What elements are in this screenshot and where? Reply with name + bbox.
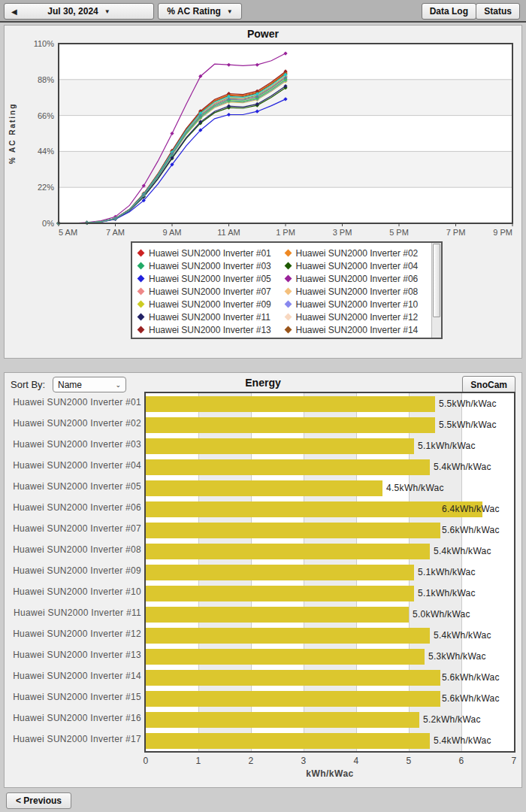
energy-bar[interactable] <box>146 607 409 623</box>
legend-item[interactable]: Huawei SUN2000 Inverter #04 <box>284 259 428 272</box>
energy-bar[interactable] <box>146 691 440 707</box>
energy-bar-value: 5.5kWh/kWac <box>439 393 497 414</box>
metric-selector[interactable]: % AC Rating ▼ <box>158 3 242 20</box>
svg-text:110%: 110% <box>34 39 55 48</box>
energy-x-axis-label: kWh/kWac <box>144 768 515 779</box>
legend-label: Huawei SUN2000 Inverter #14 <box>296 325 419 335</box>
energy-bar-value: 5.0kWh/kWac <box>413 604 470 625</box>
inverter-row-label: Huawei SUN2000 Inverter #02 <box>5 413 141 434</box>
energy-bar[interactable] <box>146 501 482 517</box>
energy-bar[interactable] <box>146 712 419 728</box>
power-panel: Power 0%22%44%66%88%110%5 AM7 AM9 AM11 A… <box>4 25 522 359</box>
snocam-button[interactable]: SnoCam <box>462 376 515 393</box>
energy-bar-value: 5.6kWh/kWac <box>442 688 500 709</box>
inverter-row-label: Huawei SUN2000 Inverter #11 <box>5 602 141 623</box>
legend-item[interactable]: Huawei SUN2000 Inverter #05 <box>137 272 281 285</box>
legend-label: Huawei SUN2000 Inverter #03 <box>149 261 271 271</box>
energy-x-tick: 4 <box>341 756 371 766</box>
energy-bar[interactable] <box>146 417 435 433</box>
legend-item[interactable]: Huawei SUN2000 Inverter #07 <box>137 285 281 298</box>
legend-item[interactable]: Huawei SUN2000 Inverter #14 <box>284 323 428 336</box>
energy-bar[interactable] <box>146 733 430 749</box>
energy-bar[interactable] <box>146 628 430 644</box>
legend-color-marker <box>284 250 292 257</box>
inverter-row-label: Huawei SUN2000 Inverter #04 <box>5 455 141 476</box>
legend-item[interactable]: Huawei SUN2000 Inverter #12 <box>284 311 428 323</box>
legend-item[interactable]: Huawei SUN2000 Inverter #02 <box>284 247 428 259</box>
energy-bar[interactable] <box>146 544 430 559</box>
energy-panel: Sort By: Name ⌄ Energy SnoCam 5.5kWh/kWa… <box>4 372 522 788</box>
energy-chart-title: Energy <box>5 377 521 389</box>
energy-bar[interactable] <box>146 670 440 686</box>
svg-text:3 PM: 3 PM <box>333 228 352 237</box>
previous-button[interactable]: < Previous <box>6 792 71 809</box>
svg-text:44%: 44% <box>38 147 54 156</box>
inverter-row-label: Huawei SUN2000 Inverter #01 <box>5 392 141 413</box>
legend-color-marker <box>138 262 145 270</box>
legend-label: Huawei SUN2000 Inverter #01 <box>149 248 271 259</box>
legend-color-marker <box>138 250 145 257</box>
energy-bar[interactable] <box>146 523 440 538</box>
back-arrow-icon[interactable]: ◀ <box>11 8 17 16</box>
svg-text:7 PM: 7 PM <box>446 228 466 237</box>
legend-item[interactable]: Huawei SUN2000 Inverter #03 <box>137 259 281 272</box>
energy-bar-value: 5.4kWh/kWac <box>434 730 491 751</box>
svg-text:22%: 22% <box>38 183 54 192</box>
energy-x-tick: 0 <box>131 756 161 766</box>
svg-text:9 AM: 9 AM <box>162 228 181 237</box>
energy-x-tick: 3 <box>289 756 319 766</box>
energy-bar-value: 5.2kWh/kWac <box>423 709 481 730</box>
svg-text:5 PM: 5 PM <box>389 228 409 237</box>
inverter-row-label: Huawei SUN2000 Inverter #03 <box>5 434 141 455</box>
legend-scrollbar[interactable] <box>431 243 441 338</box>
energy-bar[interactable] <box>146 586 414 601</box>
legend-scrollbar-thumb[interactable] <box>433 244 440 317</box>
inverter-row-label: Huawei SUN2000 Inverter #07 <box>5 518 141 539</box>
svg-text:7 AM: 7 AM <box>106 228 125 237</box>
legend-label: Huawei SUN2000 Inverter #11 <box>149 312 271 323</box>
energy-bar-value: 6.4kWh/kWac <box>442 498 500 520</box>
legend-item[interactable]: Huawei SUN2000 Inverter #06 <box>284 272 428 285</box>
legend-item[interactable]: Huawei SUN2000 Inverter #09 <box>137 298 281 311</box>
inverter-row-label: Huawei SUN2000 Inverter #15 <box>5 686 141 707</box>
legend-color-marker <box>138 301 145 308</box>
energy-bar-value: 5.5kWh/kWac <box>439 414 497 435</box>
energy-bar-value: 5.6kWh/kWac <box>442 667 500 688</box>
inverter-row-label: Huawei SUN2000 Inverter #17 <box>5 729 141 750</box>
legend-item[interactable]: Huawei SUN2000 Inverter #11 <box>137 311 281 323</box>
legend-label: Huawei SUN2000 Inverter #07 <box>149 286 271 297</box>
energy-bar[interactable] <box>146 565 414 580</box>
energy-bar-value: 5.6kWh/kWac <box>442 520 500 541</box>
legend-label: Huawei SUN2000 Inverter #09 <box>149 299 271 310</box>
energy-bar[interactable] <box>146 396 435 412</box>
legend-color-marker <box>284 288 292 295</box>
inverter-row-label: Huawei SUN2000 Inverter #12 <box>5 623 141 644</box>
inverter-row-label: Huawei SUN2000 Inverter #13 <box>5 644 141 665</box>
svg-text:% AC Rating: % AC Rating <box>8 103 17 165</box>
legend-color-marker <box>284 301 292 308</box>
energy-bar[interactable] <box>146 649 425 665</box>
inverter-row-label: Huawei SUN2000 Inverter #14 <box>5 665 141 686</box>
status-button[interactable]: Status <box>476 3 520 20</box>
inverter-row-label: Huawei SUN2000 Inverter #05 <box>5 476 141 497</box>
legend-item[interactable]: Huawei SUN2000 Inverter #08 <box>284 285 428 298</box>
energy-bar[interactable] <box>146 480 382 496</box>
energy-x-tick: 5 <box>394 756 424 766</box>
inverter-row-label: Huawei SUN2000 Inverter #10 <box>5 581 141 602</box>
energy-bar[interactable] <box>146 438 414 454</box>
legend-label: Huawei SUN2000 Inverter #02 <box>296 248 419 259</box>
legend-color-marker <box>284 262 292 270</box>
energy-bar-value: 5.1kWh/kWac <box>418 435 476 456</box>
toolbar: ◀ Jul 30, 2024 ▼ % AC Rating ▼ Data Log … <box>0 0 526 23</box>
svg-text:66%: 66% <box>38 111 54 120</box>
date-selector[interactable]: ◀ Jul 30, 2024 ▼ <box>4 3 154 20</box>
legend-item[interactable]: Huawei SUN2000 Inverter #13 <box>137 323 281 336</box>
svg-text:11 AM: 11 AM <box>217 228 240 237</box>
legend-label: Huawei SUN2000 Inverter #13 <box>149 325 271 335</box>
energy-bar[interactable] <box>146 459 430 475</box>
date-label: Jul 30, 2024 <box>47 6 98 17</box>
legend-item[interactable]: Huawei SUN2000 Inverter #10 <box>284 298 428 311</box>
legend-label: Huawei SUN2000 Inverter #05 <box>149 274 271 284</box>
legend-item[interactable]: Huawei SUN2000 Inverter #01 <box>137 247 281 259</box>
data-log-button[interactable]: Data Log <box>422 3 476 20</box>
